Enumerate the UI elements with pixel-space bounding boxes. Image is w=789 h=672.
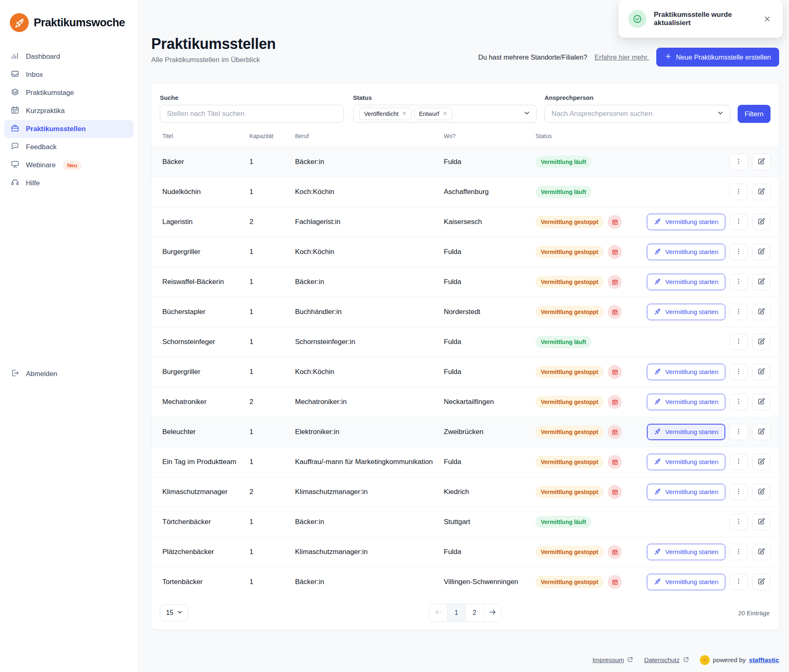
row-menu-button[interactable]	[729, 184, 748, 200]
sidebar-item-hilfe[interactable]: Hilfe	[4, 174, 134, 192]
powered-by: ✊ powered by stafftastic	[700, 655, 779, 665]
status-badge: Vermittlung gestoppt	[535, 486, 604, 498]
edit-icon	[757, 247, 765, 256]
previous-page-button[interactable]	[429, 604, 447, 621]
page-button-2[interactable]: 2	[465, 604, 483, 621]
row-menu-button[interactable]	[729, 484, 748, 500]
row-menu-button[interactable]	[729, 394, 748, 410]
row-menu-button[interactable]	[729, 364, 748, 380]
sidebar-item-feedback[interactable]: Feedback	[4, 138, 134, 156]
row-edit-button[interactable]	[752, 184, 771, 200]
app-logo[interactable]: Praktikumswoche	[0, 0, 138, 32]
impressum-link[interactable]: Impressum	[593, 656, 634, 664]
row-menu-button[interactable]	[729, 214, 748, 230]
start-placement-button[interactable]: Vermittlung starten	[647, 394, 725, 410]
row-edit-button[interactable]	[752, 214, 771, 230]
row-edit-button[interactable]	[752, 334, 771, 350]
row-menu-button[interactable]	[729, 544, 748, 560]
datenschutz-link[interactable]: Datenschutz	[644, 656, 689, 664]
edit-icon	[757, 307, 765, 316]
capacity: 1	[249, 338, 295, 346]
sidebar-item-kurzpraktika[interactable]: Kurzpraktika	[4, 102, 134, 120]
contact-select[interactable]: Nach Ansprechpersonen suchen	[544, 105, 730, 123]
toast-close-button[interactable]	[761, 13, 773, 25]
edit-icon	[757, 487, 765, 496]
start-placement-button[interactable]: Vermittlung starten	[647, 544, 725, 560]
status-select[interactable]: Veröffentlicht Entwurf	[353, 105, 537, 123]
next-page-button[interactable]	[483, 604, 501, 621]
row-menu-button[interactable]	[729, 454, 748, 470]
row-edit-button[interactable]	[752, 154, 771, 170]
row-edit-button[interactable]	[752, 364, 771, 380]
job-title: Nudelköchin	[162, 188, 249, 196]
table-row: Klimaschutzmanager2Klimaschutzmanager:in…	[152, 477, 779, 507]
row-menu-button[interactable]	[729, 154, 748, 170]
row-edit-button[interactable]	[752, 544, 771, 560]
row-edit-button[interactable]	[752, 244, 771, 260]
start-placement-button[interactable]: Vermittlung starten	[647, 484, 725, 500]
table-row: Lageristin2Fachlagerist:inKaiserseschVer…	[152, 207, 779, 237]
job-title: Bücherstapler	[162, 308, 249, 316]
status-badge: Vermittlung gestoppt	[535, 216, 604, 228]
stafftastic-link[interactable]: stafftastic	[749, 656, 779, 664]
arrow-left-icon	[434, 608, 442, 618]
sidebar-item-dashboard[interactable]: Dashboard	[4, 48, 134, 66]
status-cell: Vermittlung gestoppt	[535, 215, 646, 229]
table-row: Bäcker1Bäcker:inFuldaVermittlung läuft	[152, 147, 779, 177]
start-placement-button[interactable]: Vermittlung starten	[647, 364, 725, 380]
rocket-icon	[654, 397, 661, 406]
row-menu-button[interactable]	[729, 424, 748, 440]
calendar-icon	[11, 106, 19, 116]
row-edit-button[interactable]	[752, 304, 771, 320]
page-button-1[interactable]: 1	[447, 604, 465, 621]
sidebar-item-webinare[interactable]: Webinare Neu	[4, 156, 134, 174]
row-actions: Vermittlung starten	[646, 274, 771, 290]
rocket-icon	[654, 457, 661, 466]
profession: Elektroniker:in	[295, 428, 444, 436]
row-menu-button[interactable]	[729, 304, 748, 320]
start-placement-button[interactable]: Vermittlung starten	[647, 214, 725, 230]
chip-remove-icon[interactable]	[443, 111, 448, 117]
learn-more-link[interactable]: Erfahre hier mehr.	[595, 53, 649, 61]
row-edit-button[interactable]	[752, 454, 771, 470]
job-title: Tortenbäcker	[162, 578, 249, 586]
row-menu-button[interactable]	[729, 334, 748, 350]
sidebar-item-label: Kurzpraktika	[26, 107, 65, 115]
row-menu-button[interactable]	[729, 514, 748, 530]
row-actions: Vermittlung starten	[646, 214, 771, 230]
start-placement-button[interactable]: Vermittlung starten	[647, 424, 725, 440]
logout-button[interactable]: Abmelden	[4, 365, 64, 383]
row-menu-button[interactable]	[729, 574, 748, 590]
start-placement-button[interactable]: Vermittlung starten	[647, 304, 725, 320]
row-actions	[646, 154, 771, 170]
row-edit-button[interactable]	[752, 574, 771, 590]
row-edit-button[interactable]	[752, 424, 771, 440]
row-menu-button[interactable]	[729, 244, 748, 260]
search-label: Suche	[160, 94, 344, 101]
row-edit-button[interactable]	[752, 274, 771, 290]
row-edit-button[interactable]	[752, 484, 771, 500]
chip-remove-icon[interactable]	[402, 111, 407, 117]
contact-placeholder: Nach Ansprechpersonen suchen	[551, 110, 653, 118]
start-placement-button[interactable]: Vermittlung starten	[647, 574, 725, 590]
sidebar-item-praktikumsstellen[interactable]: Praktikumsstellen	[4, 120, 134, 138]
start-placement-button[interactable]: Vermittlung starten	[647, 274, 725, 290]
kebab-menu-icon	[735, 368, 742, 376]
filter-button[interactable]: Filtern	[738, 105, 771, 123]
start-placement-button[interactable]: Vermittlung starten	[647, 454, 725, 470]
row-actions: Vermittlung starten	[646, 454, 771, 470]
start-placement-button[interactable]: Vermittlung starten	[647, 244, 725, 260]
row-edit-button[interactable]	[752, 394, 771, 410]
row-menu-button[interactable]	[729, 274, 748, 290]
status-cell: Vermittlung gestoppt	[535, 545, 646, 559]
page-size-select[interactable]: 15	[160, 604, 188, 621]
capacity: 1	[249, 308, 295, 316]
sidebar-item-praktikumstage[interactable]: Praktikumstage	[4, 84, 134, 102]
create-position-button[interactable]: Neue Praktikumsstelle erstellen	[656, 48, 779, 67]
sidebar-item-inbox[interactable]: Inbox	[4, 66, 134, 84]
table-row: Ein Tag im Produktteam1Kauffrau/-mann fü…	[152, 447, 779, 477]
row-edit-button[interactable]	[752, 514, 771, 530]
edit-icon	[757, 367, 765, 376]
table-row: Törtchenbäcker1Bäcker:inStuttgartVermitt…	[152, 507, 779, 537]
search-input[interactable]	[160, 105, 344, 123]
